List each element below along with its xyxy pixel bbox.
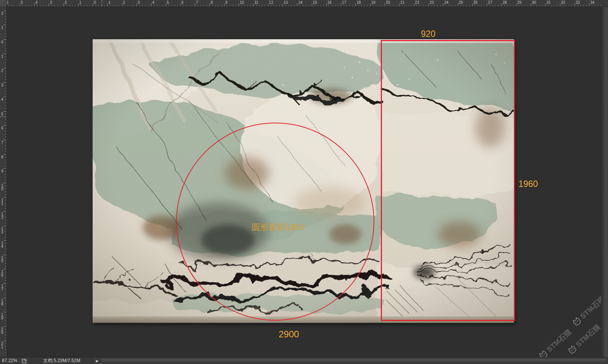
- ruler-label: 32: [561, 0, 565, 5]
- ruler-tick: [28, 5, 29, 6]
- ruler-label: 2: [64, 0, 67, 5]
- ruler-tick: [98, 5, 99, 6]
- ruler-tick: [344, 5, 344, 6]
- ruler-label: 9: [225, 0, 228, 5]
- ruler-label: 1: [79, 0, 82, 5]
- ruler-tick: [166, 3, 166, 6]
- ruler-tick: [5, 194, 6, 195]
- ruler-tick: [393, 5, 394, 6]
- ruler-label: 1 5: [1, 256, 3, 263]
- ruler-tick: [253, 3, 253, 6]
- horizontal-scrollbar[interactable]: [101, 358, 606, 363]
- ruler-tick: [5, 123, 6, 123]
- ruler-tick: [201, 5, 201, 6]
- ruler-tick: [3, 197, 6, 198]
- ruler-tick: [5, 300, 6, 301]
- ruler-tick: [26, 5, 26, 6]
- ruler-label: 1: [1, 26, 3, 29]
- ruler-tick: [17, 5, 17, 6]
- ruler-label: 17: [342, 0, 346, 5]
- ruler-tick: [557, 5, 557, 6]
- ruler-tick: [5, 323, 6, 324]
- ruler-tick: [5, 117, 6, 117]
- ruler-tick: [55, 5, 55, 6]
- ruler-label: 1 6: [1, 270, 3, 277]
- ruler-tick: [5, 188, 6, 189]
- ruler-label: 30: [532, 0, 536, 5]
- ruler-tick: [323, 5, 324, 6]
- ruler-label: 5: [167, 0, 169, 5]
- ruler-label: 5: [21, 0, 23, 5]
- ruler-tick: [566, 5, 566, 6]
- ruler-tick: [3, 168, 6, 169]
- ruler-tick: [414, 3, 414, 6]
- ruler-tick: [52, 5, 52, 6]
- document-preview-button[interactable]: [20, 358, 28, 364]
- ruler-tick: [545, 3, 545, 6]
- ruler-tick: [5, 65, 6, 65]
- status-options-arrow-icon[interactable]: ▶: [94, 358, 101, 364]
- ruler-tick: [528, 5, 528, 6]
- ruler-tick: [3, 97, 6, 97]
- ruler-tick: [5, 30, 6, 31]
- ruler-tick: [265, 5, 265, 6]
- ruler-tick: [233, 5, 233, 6]
- ruler-origin-box[interactable]: [0, 0, 7, 7]
- ruler-label: 15: [313, 0, 317, 5]
- ruler-tick: [5, 206, 6, 206]
- ruler-tick: [58, 5, 58, 6]
- ruler-tick: [5, 321, 6, 321]
- ruler-tick: [189, 5, 189, 6]
- ruler-tick: [5, 157, 6, 157]
- ruler-tick: [180, 3, 181, 6]
- ruler-tick: [5, 142, 6, 143]
- ruler-tick: [571, 5, 572, 6]
- ruler-tick: [388, 5, 388, 6]
- ruler-tick: [376, 5, 376, 6]
- ruler-tick: [5, 94, 6, 94]
- ruler-tick: [5, 223, 6, 224]
- ruler-tick: [5, 59, 6, 60]
- ruler-tick: [303, 5, 303, 6]
- ruler-tick: [5, 114, 6, 114]
- ruler-label: 3: [50, 0, 52, 5]
- ruler-tick: [90, 5, 90, 6]
- ruler-tick: [151, 3, 151, 6]
- ruler-tick: [598, 5, 598, 6]
- ruler-tick: [5, 266, 6, 267]
- ruler-label: 8: [1, 155, 3, 159]
- ruler-tick: [5, 278, 6, 278]
- ruler-tick: [332, 5, 332, 6]
- watermark: STM石猫: [566, 322, 603, 356]
- ruler-tick: [204, 5, 204, 6]
- ruler-tick: [449, 5, 449, 6]
- ruler-tick: [5, 249, 6, 249]
- ruler-tick: [5, 151, 6, 152]
- ruler-tick: [589, 3, 589, 6]
- ruler-label: 2: [1, 12, 3, 15]
- ruler-tick: [5, 332, 6, 332]
- ruler-tick: [519, 5, 519, 6]
- vertical-scrollbar[interactable]: [601, 7, 608, 357]
- ruler-tick: [154, 5, 154, 6]
- ruler-tick: [84, 5, 84, 6]
- left-ruler[interactable]: 2101234567891 01 11 21 31 41 51 61 71 81…: [0, 7, 7, 357]
- document-info-field[interactable]: 文档:5.23M/7.52M: [30, 358, 94, 364]
- ruler-tick: [309, 5, 309, 6]
- ruler-label: 2: [1, 69, 3, 72]
- ruler-tick: [5, 36, 6, 37]
- ruler-tick: [5, 34, 6, 34]
- ruler-label: 22: [415, 0, 419, 5]
- ruler-tick: [437, 5, 438, 6]
- top-ruler[interactable]: 6543210123456789101112131415161718192021…: [7, 0, 608, 7]
- ruler-tick: [5, 148, 6, 149]
- ruler-tick: [160, 5, 160, 6]
- ruler-tick: [399, 3, 399, 6]
- ruler-label: 1 9: [1, 313, 3, 320]
- ruler-tick: [563, 5, 563, 6]
- rectangle-annotation: [381, 40, 515, 321]
- ruler-label: 8: [210, 0, 213, 5]
- zoom-level-field[interactable]: 67.22%: [0, 358, 18, 364]
- ruler-tick: [586, 5, 587, 6]
- ruler-tick: [5, 48, 6, 48]
